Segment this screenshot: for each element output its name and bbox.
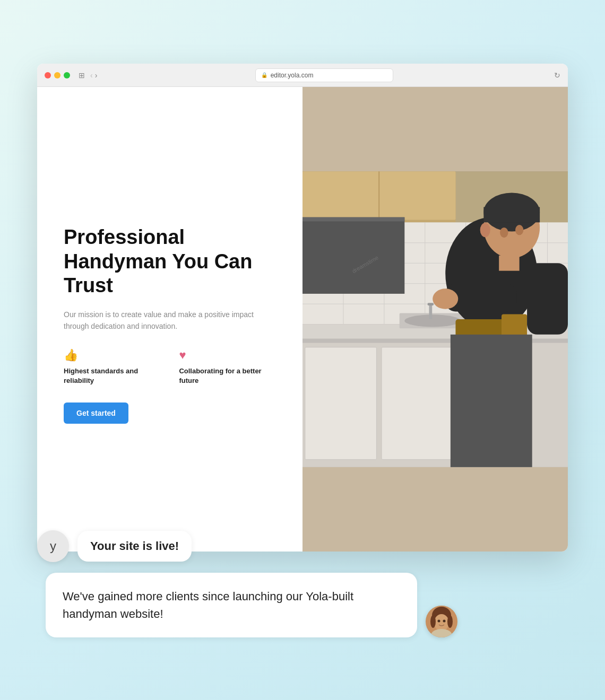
- hero-left-panel: Professional Handyman You Can Trust Our …: [37, 87, 302, 552]
- address-bar-container: 🔒 editor.yola.com: [102, 68, 546, 82]
- thumbs-up-icon: 👍: [64, 348, 163, 362]
- feature-label-2: Collaborating for a better future: [179, 366, 276, 386]
- svg-point-36: [480, 223, 490, 237]
- hero-image: dreamstime dreamstime: [302, 87, 568, 552]
- svg-rect-21: [305, 347, 377, 460]
- hero-title: Professional Handyman You Can Trust: [64, 225, 276, 298]
- reload-button[interactable]: ↻: [554, 71, 560, 80]
- chat-bubble-2: We've gained more clients since launchin…: [46, 573, 417, 637]
- yola-avatar: y: [37, 530, 69, 562]
- yola-avatar-letter: y: [50, 539, 56, 554]
- svg-rect-43: [527, 263, 568, 335]
- svg-point-35: [515, 225, 523, 235]
- sidebar-toggle-icon[interactable]: ⊞: [79, 71, 85, 80]
- svg-point-25: [404, 314, 461, 327]
- svg-point-34: [500, 228, 508, 238]
- svg-rect-27: [428, 303, 434, 305]
- svg-rect-17: [302, 217, 404, 222]
- heart-icon: ♥: [179, 348, 276, 362]
- browser-window: ⊞ ‹ › 🔒 editor.yola.com ↻ Professional H…: [37, 64, 568, 552]
- svg-rect-16: [302, 217, 404, 294]
- chat-message-2: We've gained more clients since launchin…: [37, 573, 568, 637]
- svg-rect-33: [483, 207, 540, 222]
- maximize-button[interactable]: [64, 72, 70, 78]
- svg-point-51: [447, 615, 453, 628]
- svg-point-49: [443, 620, 446, 623]
- chat-section: y Your site is live! We've gained more c…: [37, 530, 568, 668]
- close-button[interactable]: [45, 72, 51, 78]
- traffic-lights: [45, 72, 70, 78]
- feature-label-1: Highest standards and reliability: [64, 366, 163, 386]
- website-content: Professional Handyman You Can Trust Our …: [37, 87, 568, 552]
- minimize-button[interactable]: [54, 72, 60, 78]
- chat-bubble-1: Your site is live!: [77, 531, 192, 562]
- url-text: editor.yola.com: [271, 72, 314, 79]
- browser-toolbar: ⊞ ‹ › 🔒 editor.yola.com ↻: [37, 64, 568, 87]
- feature-item-1: 👍 Highest standards and reliability: [64, 348, 163, 386]
- lock-icon: 🔒: [261, 72, 267, 78]
- hero-right-panel: dreamstime dreamstime: [302, 87, 568, 552]
- svg-rect-22: [382, 347, 453, 460]
- svg-rect-42: [451, 335, 532, 467]
- svg-point-48: [438, 620, 440, 623]
- get-started-button[interactable]: Get started: [64, 402, 128, 424]
- handyman-illustration: dreamstime dreamstime: [302, 87, 568, 552]
- hero-description: Our mission is to create value and make …: [64, 309, 276, 332]
- features-row: 👍 Highest standards and reliability ♥ Co…: [64, 348, 276, 386]
- chat-message-1-text: Your site is live!: [90, 539, 179, 553]
- svg-rect-37: [499, 256, 519, 271]
- svg-point-39: [433, 288, 458, 309]
- feature-item-2: ♥ Collaborating for a better future: [179, 348, 276, 386]
- svg-point-47: [434, 614, 449, 631]
- forward-button[interactable]: ›: [95, 71, 98, 80]
- chat-message-2-text: We've gained more clients since launchin…: [63, 590, 353, 620]
- address-bar[interactable]: 🔒 editor.yola.com: [255, 68, 393, 82]
- user-avatar-image: [426, 606, 457, 637]
- nav-arrows: ‹ ›: [90, 71, 97, 80]
- chat-message-1: y Your site is live!: [37, 530, 568, 562]
- back-button[interactable]: ‹: [90, 71, 93, 80]
- user-avatar: [426, 606, 457, 637]
- svg-rect-26: [429, 304, 432, 319]
- svg-point-50: [430, 615, 436, 628]
